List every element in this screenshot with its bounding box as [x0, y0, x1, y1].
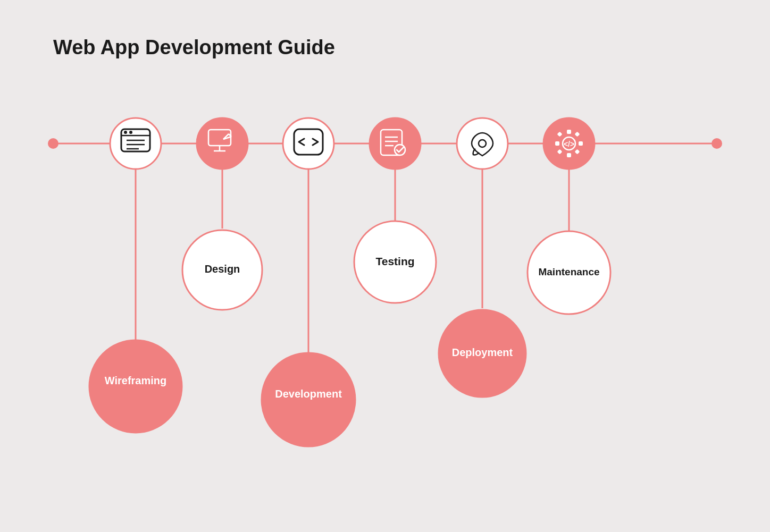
svg-point-1 [48, 138, 58, 149]
svg-rect-39 [579, 141, 583, 146]
svg-point-55 [528, 231, 610, 314]
svg-point-12 [370, 118, 421, 169]
svg-text:Deployment: Deployment [452, 347, 513, 358]
svg-text:Wireframing: Wireframing [105, 375, 167, 386]
svg-point-45 [89, 340, 182, 433]
svg-point-14 [543, 118, 595, 169]
svg-point-33 [395, 145, 405, 155]
svg-text:Development: Development [275, 388, 342, 400]
svg-rect-29 [381, 130, 402, 155]
svg-rect-28 [294, 129, 323, 155]
svg-point-9 [110, 118, 161, 169]
diagram-svg: </> Wireframing Design Development Testi… [0, 0, 770, 532]
page: Web App Development Guide [0, 0, 770, 532]
svg-rect-15 [121, 129, 150, 151]
svg-point-10 [197, 118, 248, 169]
page-title: Web App Development Guide [53, 36, 335, 59]
svg-text:Testing: Testing [375, 255, 414, 267]
svg-rect-43 [575, 149, 580, 155]
svg-rect-36 [567, 130, 571, 134]
svg-point-51 [354, 221, 436, 303]
svg-rect-42 [557, 149, 563, 155]
svg-point-49 [262, 353, 355, 446]
svg-rect-38 [555, 141, 559, 146]
svg-line-27 [223, 137, 231, 139]
svg-point-53 [439, 310, 526, 397]
svg-point-34 [479, 140, 486, 147]
svg-point-47 [182, 230, 262, 310]
svg-line-25 [223, 134, 229, 139]
svg-rect-37 [567, 153, 571, 157]
svg-point-13 [457, 118, 508, 169]
svg-rect-41 [575, 132, 580, 137]
svg-point-18 [129, 131, 132, 134]
svg-point-35 [563, 137, 575, 150]
svg-text:Maintenance: Maintenance [538, 266, 599, 277]
svg-rect-22 [208, 130, 231, 146]
svg-point-11 [283, 118, 334, 169]
svg-text:Design: Design [205, 263, 240, 275]
svg-rect-40 [557, 132, 563, 137]
svg-line-26 [229, 134, 231, 137]
svg-point-2 [712, 138, 722, 149]
svg-point-17 [124, 131, 127, 134]
svg-text:</>: </> [564, 140, 574, 148]
